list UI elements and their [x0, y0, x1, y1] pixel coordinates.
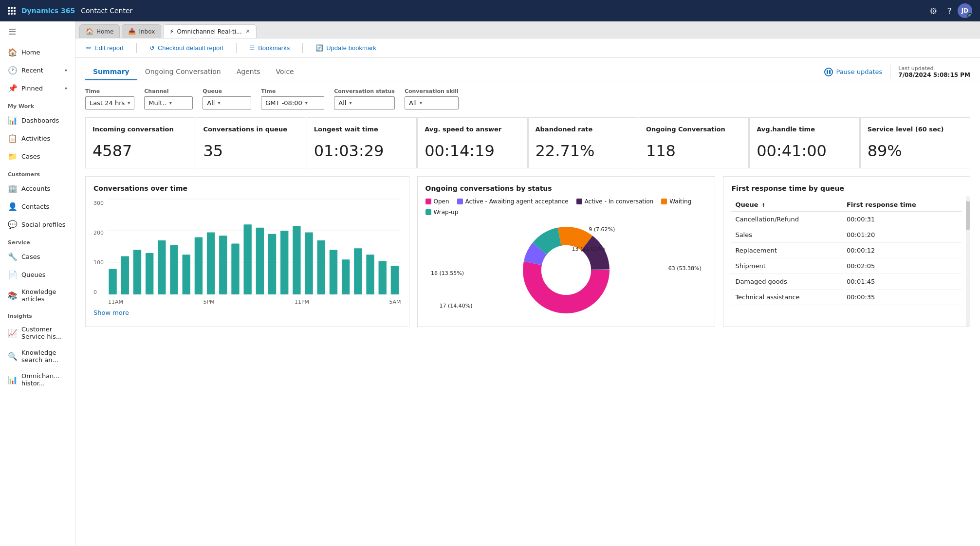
waffle-button[interactable] [8, 7, 16, 15]
bar-chart-svg [107, 198, 401, 295]
sidebar-item-knowledge-articles[interactable]: 📚 Knowledge articles [0, 284, 75, 307]
filter-channel-select[interactable]: Mult.. ▾ [144, 96, 193, 109]
chevron-down-icon: ▾ [305, 100, 308, 106]
scrollbar-thumb[interactable] [966, 201, 970, 230]
sidebar-item-cases[interactable]: 📁 Cases [0, 147, 75, 165]
legend-dot-active-awaiting [457, 199, 463, 204]
tab-agents-label: Agents [237, 68, 260, 75]
sidebar-item-home[interactable]: 🏠 Home [0, 43, 75, 61]
checkout-report-button[interactable]: ↺ Checkout default report [147, 42, 226, 54]
time-cell: 00:01:45 [843, 273, 962, 289]
sort-icon[interactable]: ↑ [761, 202, 765, 208]
svg-rect-14 [195, 237, 203, 294]
omnichannel-tab-icon: ⚡ [169, 28, 174, 35]
sidebar-item-knowledge-search[interactable]: 🔍 Knowledge search an... [0, 345, 75, 368]
tab-ongoing-label: Ongoing Conversation [145, 68, 221, 75]
svg-rect-15 [207, 232, 215, 294]
legend-dot-open [425, 199, 431, 204]
tab-ongoing-conversation[interactable]: Ongoing Conversation [137, 64, 229, 80]
table-row: Replacement 00:00:12 [731, 242, 962, 258]
report-toolbar: ✏ Edit report ↺ Checkout default report … [75, 38, 980, 58]
kpi-value: 01:03:29 [314, 142, 409, 160]
chart-title: Ongoing conversations by status [425, 184, 707, 192]
kpi-title: Incoming conversation [92, 126, 188, 134]
chevron-down-icon: ▾ [218, 100, 220, 106]
y-label-100: 100 [93, 259, 104, 266]
kpi-avg-handle: Avg.handle time 00:41:00 [749, 117, 859, 168]
pause-updates-button[interactable]: Pause updates [824, 68, 882, 76]
queue-cell: Technical assistance [731, 289, 843, 305]
legend-wrap-up: Wrap-up [425, 209, 459, 216]
edit-report-button[interactable]: ✏ Edit report [83, 42, 127, 54]
tab-label: Home [96, 28, 113, 35]
sidebar-item-label: Knowledge search an... [21, 349, 67, 364]
donut-label-awaiting: 9 (7.62%) [589, 226, 615, 233]
sidebar-item-social-profiles[interactable]: 💬 Social profiles [0, 216, 75, 234]
sidebar-item-service-cases[interactable]: 🔧 Cases [0, 248, 75, 266]
sidebar-item-recent[interactable]: 🕐 Recent ▾ [0, 61, 75, 79]
help-icon[interactable]: ? [947, 6, 952, 16]
bookmark-icon: ☰ [249, 44, 255, 52]
update-icon: 🔄 [315, 44, 323, 52]
show-more-button[interactable]: Show more [93, 309, 401, 316]
svg-rect-26 [342, 259, 350, 294]
chevron-down-icon: ▾ [65, 86, 67, 91]
sidebar-item-label: Accounts [21, 185, 67, 192]
app-name: Dynamics 365 [21, 7, 75, 15]
first-response-title: First response time by queue [731, 184, 962, 192]
bookmarks-button[interactable]: ☰ Bookmarks [246, 42, 293, 54]
first-response-time-chart: First response time by queue Queue ↑ [723, 176, 970, 327]
settings-icon[interactable]: ⚙ [929, 6, 937, 16]
sidebar-item-accounts[interactable]: 🏢 Accounts [0, 180, 75, 198]
sidebar-item-label: Customer Service his... [21, 326, 67, 340]
avatar[interactable]: JD [958, 3, 972, 18]
tab-summary[interactable]: Summary [85, 64, 137, 80]
inbox-tab-icon: 📥 [128, 28, 136, 35]
sidebar-item-contacts[interactable]: 👤 Contacts [0, 198, 75, 216]
sidebar-item-activities[interactable]: 📋 Activities [0, 129, 75, 147]
time-cell: 00:01:20 [843, 227, 962, 242]
sidebar-item-label: Pinned [21, 85, 60, 92]
sidebar-item-cs-history[interactable]: 📈 Customer Service his... [0, 321, 75, 345]
sidebar-item-omnichannel-history[interactable]: 📊 Omnichan... histor... [0, 368, 75, 391]
tab-home[interactable]: 🏠 Home [79, 24, 120, 38]
svg-rect-20 [268, 234, 276, 294]
left-navigation: 🏠 Home 🕐 Recent ▾ 📌 Pinned ▾ My Work 📊 D… [0, 21, 75, 546]
tab-close-button[interactable]: ✕ [245, 28, 250, 35]
queue-cell: Cancellation/Refund [731, 211, 843, 227]
update-bookmark-button[interactable]: 🔄 Update bookmark [313, 42, 379, 54]
sidebar-item-dashboards[interactable]: 📊 Dashboards [0, 111, 75, 129]
tab-inbox[interactable]: 📥 Inbox [122, 24, 161, 38]
filter-queue: Queue All ▾ [203, 88, 251, 109]
nav-toggle-button[interactable] [0, 21, 75, 43]
legend-active-in-conv: Active - In conversation [576, 198, 654, 205]
bookmarks-label: Bookmarks [258, 44, 290, 52]
filter-conv-skill-select[interactable]: All ▾ [405, 96, 459, 109]
ongoing-by-status-chart: Ongoing conversations by status Open Act… [417, 176, 716, 327]
time-cell: 00:00:12 [843, 242, 962, 258]
sidebar-item-label: Contacts [21, 203, 67, 210]
filter-time-select[interactable]: Last 24 hrs ▾ [85, 96, 134, 109]
edit-report-label: Edit report [94, 44, 124, 52]
filter-tz-value: GMT -08:00 [265, 99, 302, 107]
filters-row: Time Last 24 hrs ▾ Channel Mult.. ▾ Queu… [75, 80, 980, 117]
sidebar-item-pinned[interactable]: 📌 Pinned ▾ [0, 79, 75, 97]
col-queue-label: Queue [735, 201, 758, 208]
svg-rect-29 [379, 261, 387, 294]
tab-omnichannel[interactable]: ⚡ Omnichannel Real-ti... ✕ [163, 24, 256, 38]
filter-queue-select[interactable]: All ▾ [203, 96, 251, 109]
tab-agents[interactable]: Agents [229, 64, 268, 80]
chevron-down-icon: ▾ [65, 68, 67, 73]
x-label-5am: 5AM [389, 299, 401, 305]
conversations-over-time-chart: Conversations over time 300 200 100 0 [85, 176, 409, 327]
tab-voice[interactable]: Voice [268, 64, 301, 80]
legend-open: Open [425, 198, 449, 205]
filter-tz-select[interactable]: GMT -08:00 ▾ [261, 96, 324, 109]
cs-history-icon: 📈 [8, 328, 17, 338]
tab-voice-label: Voice [276, 68, 294, 75]
filter-conv-status-select[interactable]: All ▾ [334, 96, 395, 109]
avatar-initials: JD [962, 7, 968, 14]
legend-waiting: Waiting [661, 198, 691, 205]
x-label-5pm: 5PM [203, 299, 214, 305]
sidebar-item-queues[interactable]: 📄 Queues [0, 266, 75, 284]
